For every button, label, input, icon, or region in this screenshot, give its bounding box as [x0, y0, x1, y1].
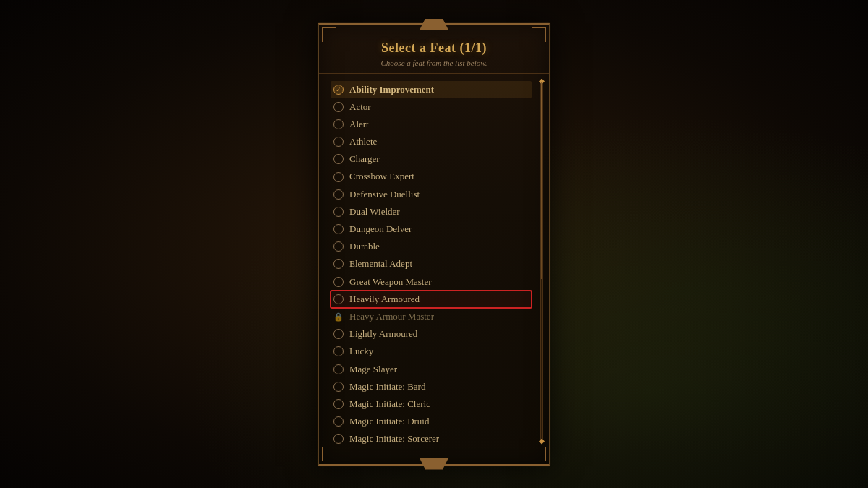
feat-item-actor[interactable]: Actor: [331, 98, 532, 116]
feat-selection-modal: Select a Feat (1/1) Choose a feat from t…: [318, 23, 550, 466]
feat-item-ability-improvement[interactable]: Ability Improvement: [331, 81, 532, 98]
feat-radio-icon-charger: [333, 154, 344, 164]
feat-radio-icon-dual-wielder: [333, 207, 344, 217]
feat-item-charger[interactable]: Charger: [331, 150, 532, 168]
feat-item-athlete[interactable]: Athlete: [331, 133, 532, 150]
feat-item-alert[interactable]: Alert: [331, 116, 532, 133]
feat-radio-icon-lucky: [333, 346, 344, 356]
feat-item-defensive-duellist[interactable]: Defensive Duellist: [331, 186, 532, 203]
feat-radio-icon-alert: [333, 119, 344, 129]
feat-item-dungeon-delver[interactable]: Dungeon Delver: [331, 221, 532, 238]
feat-radio-icon-crossbow-expert: [333, 172, 344, 182]
feat-radio-icon-actor: [333, 102, 344, 112]
feat-item-durable[interactable]: Durable: [331, 238, 532, 255]
feat-item-lightly-armoured[interactable]: Lightly Armoured: [331, 325, 532, 343]
corner-ornament-tl: [322, 27, 336, 42]
feat-radio-icon-durable: [333, 241, 344, 252]
feat-item-lucky[interactable]: Lucky: [331, 343, 532, 360]
feat-item-elemental-adept[interactable]: Elemental Adept: [331, 255, 532, 273]
feat-name-heavily-armoured: Heavily Armoured: [349, 293, 420, 306]
feat-radio-icon-magic-initiate-bard: [333, 382, 344, 392]
feat-lock-icon-heavy-armour-master: 🔒: [333, 312, 344, 322]
feat-radio-icon-dungeon-delver: [333, 224, 344, 234]
feat-radio-icon-lightly-armoured: [333, 329, 344, 339]
modal-wrapper: Select a Feat (1/1) Choose a feat from t…: [0, 0, 868, 488]
feat-name-actor: Actor: [349, 100, 371, 114]
corner-ornament-tr: [532, 27, 546, 42]
feat-item-crossbow-expert[interactable]: Crossbow Expert: [331, 168, 532, 185]
feat-list-container: Ability ImprovementActorAlertAthleteChar…: [319, 74, 549, 450]
feat-name-great-weapon-master: Great Weapon Master: [349, 275, 432, 288]
feat-item-great-weapon-master[interactable]: Great Weapon Master: [331, 273, 532, 291]
feat-radio-icon-magic-initiate-druid: [333, 416, 344, 427]
feat-name-defensive-duellist: Defensive Duellist: [349, 188, 420, 201]
feat-name-mage-slayer: Mage Slayer: [349, 363, 397, 376]
feat-name-magic-initiate-bard: Magic Initiate: Bard: [349, 380, 425, 393]
feat-list: Ability ImprovementActorAlertAthleteChar…: [319, 80, 549, 450]
feat-name-dungeon-delver: Dungeon Delver: [349, 223, 412, 236]
modal-subtitle: Choose a feat from the list below.: [333, 59, 535, 67]
feat-check-icon-ability-improvement: [333, 85, 344, 95]
feat-name-durable: Durable: [349, 240, 380, 253]
feat-item-magic-initiate-sorcerer[interactable]: Magic Initiate: Sorcerer: [331, 430, 532, 448]
modal-header: Select a Feat (1/1) Choose a feat from t…: [319, 25, 549, 74]
feat-name-athlete: Athlete: [349, 135, 377, 148]
feat-radio-icon-magic-initiate-cleric: [333, 399, 344, 409]
feat-name-elemental-adept: Elemental Adept: [349, 257, 412, 270]
feat-name-magic-initiate-sorcerer: Magic Initiate: Sorcerer: [349, 432, 439, 445]
feat-name-alert: Alert: [349, 118, 369, 131]
feat-name-charger: Charger: [349, 153, 380, 166]
feat-name-lightly-armoured: Lightly Armoured: [349, 328, 417, 341]
feat-name-lucky: Lucky: [349, 345, 373, 358]
feat-radio-icon-defensive-duellist: [333, 189, 344, 200]
feat-item-mage-slayer[interactable]: Mage Slayer: [331, 361, 532, 378]
feat-name-heavy-armour-master: Heavy Armour Master: [349, 310, 434, 323]
scrollbar-thumb[interactable]: [541, 82, 542, 280]
feat-item-magic-initiate-druid[interactable]: Magic Initiate: Druid: [331, 413, 532, 430]
feat-radio-icon-great-weapon-master: [333, 277, 344, 287]
feat-radio-icon-athlete: [333, 137, 344, 147]
feat-item-heavy-armour-master[interactable]: 🔒Heavy Armour Master: [331, 308, 532, 325]
feat-radio-icon-magic-initiate-sorcerer: [333, 434, 344, 444]
modal-title: Select a Feat (1/1): [333, 40, 535, 56]
feat-name-ability-improvement: Ability Improvement: [349, 83, 434, 96]
feat-item-magic-initiate-warlock[interactable]: Magic Initiate: Warlock: [331, 448, 532, 449]
feat-name-magic-initiate-cleric: Magic Initiate: Cleric: [349, 398, 430, 411]
feat-name-crossbow-expert: Crossbow Expert: [349, 170, 414, 183]
scrollbar[interactable]: [540, 81, 543, 442]
feat-name-dual-wielder: Dual Wielder: [349, 205, 400, 218]
feat-radio-icon-heavily-armoured: [333, 294, 344, 304]
feat-item-magic-initiate-bard[interactable]: Magic Initiate: Bard: [331, 378, 532, 395]
feat-radio-icon-elemental-adept: [333, 259, 344, 269]
feat-radio-icon-mage-slayer: [333, 364, 344, 374]
feat-item-heavily-armoured[interactable]: Heavily Armoured: [331, 291, 532, 308]
feat-item-magic-initiate-cleric[interactable]: Magic Initiate: Cleric: [331, 395, 532, 413]
feat-name-magic-initiate-druid: Magic Initiate: Druid: [349, 415, 429, 428]
feat-item-dual-wielder[interactable]: Dual Wielder: [331, 203, 532, 221]
